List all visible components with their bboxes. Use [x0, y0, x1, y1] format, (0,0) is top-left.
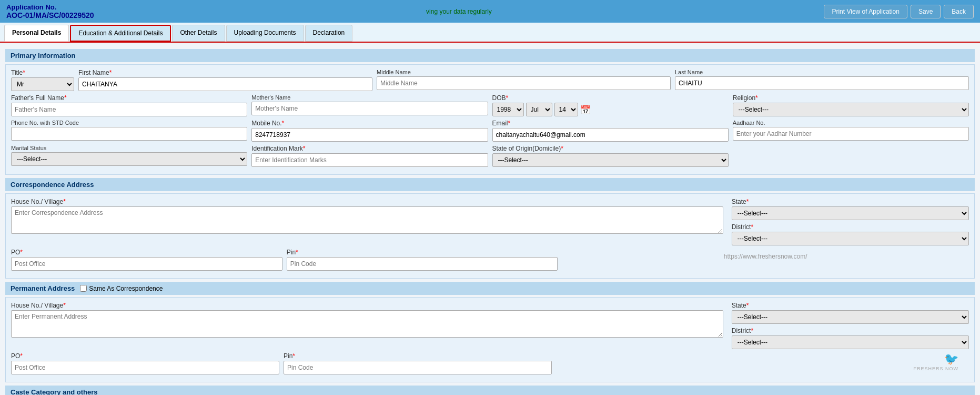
- perm-pin-input[interactable]: [284, 361, 552, 374]
- phone-input[interactable]: [11, 127, 247, 141]
- state-origin-select[interactable]: ---Select---: [492, 153, 729, 167]
- middlename-input[interactable]: [377, 76, 671, 90]
- tab-uploading[interactable]: Uploading Documents: [226, 25, 304, 42]
- app-no-value: AOC-01/MA/SC/00229520: [6, 11, 94, 19]
- corr-address-row: House No./ Village* State* ---Select--- …: [11, 198, 969, 245]
- contact-row: Phone No. with STD Code Mobile No.* Emai…: [11, 120, 969, 142]
- mobile-input[interactable]: [251, 128, 488, 142]
- print-button[interactable]: Print View of Application: [824, 5, 907, 18]
- permanent-section-body: House No./ Village* State* ---Select--- …: [5, 297, 975, 382]
- back-button[interactable]: Back: [944, 5, 974, 18]
- corr-pin-label: Pin*: [287, 249, 558, 256]
- corr-pin-input[interactable]: [287, 257, 558, 271]
- father-group: Father's Full Name*: [11, 94, 247, 116]
- app-no-label: Application No.: [6, 3, 94, 11]
- header: Application No. AOC-01/MA/SC/00229520 vi…: [0, 0, 980, 23]
- corr-state-label: State*: [732, 198, 969, 205]
- dob-month-select[interactable]: Jul: [526, 103, 552, 116]
- firstname-label: First Name*: [78, 69, 372, 76]
- middlename-label: Middle Name: [377, 69, 671, 75]
- tab-personal[interactable]: Personal Details: [4, 25, 69, 42]
- corr-district-group: District* ---Select---: [732, 223, 969, 245]
- perm-state-select[interactable]: ---Select---: [732, 310, 969, 324]
- caste-section-header: Caste Category and others: [5, 386, 975, 395]
- primary-section-header: Primary Information: [5, 49, 975, 62]
- father-label: Father's Full Name*: [11, 94, 247, 102]
- correspondence-section-body: House No./ Village* State* ---Select--- …: [5, 193, 975, 279]
- perm-address-row: House No./ Village* State* ---Select--- …: [11, 302, 969, 349]
- corr-po-label: PO*: [11, 249, 282, 256]
- marital-select[interactable]: ---Select---: [11, 152, 247, 166]
- title-group: Title* Mr: [11, 69, 74, 91]
- perm-house-label: House No./ Village*: [11, 302, 723, 309]
- identification-group: Identification Mark*: [251, 145, 488, 167]
- perm-state-label: State*: [732, 302, 969, 309]
- lastname-label: Last Name: [675, 69, 969, 75]
- email-group: Email*: [492, 120, 729, 142]
- perm-house-input[interactable]: [11, 310, 723, 338]
- correspondence-section-header: Correspondence Address: [5, 178, 975, 191]
- phone-label: Phone No. with STD Code: [11, 120, 247, 126]
- freshersnow-text: FRESHERS NOW: [913, 366, 958, 371]
- main-content: Primary Information Title* Mr First Name…: [0, 43, 980, 395]
- saving-text: ving your data regularly: [426, 8, 492, 15]
- dob-day-select[interactable]: 14: [554, 103, 578, 116]
- perm-district-group: District* ---Select---: [732, 327, 969, 349]
- family-row: Father's Full Name* Mother's Name DOB* 1…: [11, 94, 969, 116]
- state-origin-group: State of Origin(Domicile)* ---Select---: [492, 145, 729, 167]
- perm-district-select[interactable]: ---Select---: [732, 335, 969, 349]
- corr-house-input[interactable]: [11, 206, 723, 234]
- bird-icon: 🐦: [913, 352, 958, 366]
- marital-label: Marital Status: [11, 145, 247, 151]
- aadhaar-input[interactable]: [733, 127, 969, 141]
- firstname-input[interactable]: [78, 77, 372, 91]
- marital-group: Marital Status ---Select---: [11, 145, 247, 166]
- phone-group: Phone No. with STD Code: [11, 120, 247, 141]
- dob-group: DOB* 1998 Jul 14 📅: [492, 94, 729, 116]
- corr-po-group: PO*: [11, 249, 282, 271]
- religion-label: Religion*: [733, 94, 969, 102]
- corr-district-label: District*: [732, 223, 969, 231]
- tab-education[interactable]: Education & Additional Details: [70, 25, 171, 42]
- same-as-checkbox[interactable]: [80, 285, 87, 292]
- aadhaar-group: Aadhaar No.: [733, 120, 969, 141]
- corr-house-group: House No./ Village*: [11, 198, 723, 234]
- save-button[interactable]: Save: [911, 5, 941, 18]
- father-input[interactable]: [11, 103, 247, 116]
- misc-row: Marital Status ---Select--- Identificati…: [11, 145, 969, 167]
- middlename-group: Middle Name: [377, 69, 671, 90]
- mother-label: Mother's Name: [251, 94, 488, 101]
- same-as-checkbox-label[interactable]: Same As Correspondence: [80, 285, 163, 292]
- identification-input[interactable]: [251, 153, 488, 167]
- lastname-group: Last Name: [675, 69, 969, 90]
- corr-district-select[interactable]: ---Select---: [732, 232, 969, 245]
- religion-group: Religion* ---Select---: [733, 94, 969, 116]
- corr-po-input[interactable]: [11, 257, 282, 271]
- corr-state-group: State* ---Select---: [732, 198, 969, 220]
- perm-house-group: House No./ Village*: [11, 302, 723, 338]
- email-input[interactable]: [492, 128, 729, 142]
- tabs-bar: Personal Details Education & Additional …: [0, 23, 980, 43]
- mobile-label: Mobile No.*: [251, 120, 488, 127]
- corr-state-select[interactable]: ---Select---: [732, 206, 969, 220]
- calendar-icon[interactable]: 📅: [580, 105, 591, 115]
- perm-pin-label: Pin*: [284, 352, 552, 360]
- dob-year-select[interactable]: 1998: [492, 103, 524, 116]
- perm-district-label: District*: [732, 327, 969, 334]
- mother-input[interactable]: [251, 102, 488, 115]
- perm-po-row: PO* Pin* 🐦 FRESHERS NOW: [11, 352, 969, 374]
- email-label: Email*: [492, 120, 729, 127]
- title-select[interactable]: Mr: [11, 77, 74, 91]
- perm-po-input[interactable]: [11, 361, 279, 374]
- dob-label: DOB*: [492, 94, 729, 102]
- mother-group: Mother's Name: [251, 94, 488, 115]
- permanent-section-header: Permanent Address Same As Correspondence: [5, 282, 975, 295]
- tab-other[interactable]: Other Details: [172, 25, 225, 42]
- perm-pin-group: Pin*: [284, 352, 552, 374]
- tab-declaration[interactable]: Declaration: [305, 25, 353, 42]
- title-label: Title*: [11, 69, 74, 76]
- perm-state-group: State* ---Select---: [732, 302, 969, 324]
- perm-po-label: PO*: [11, 352, 279, 360]
- lastname-input[interactable]: [675, 76, 969, 90]
- religion-select[interactable]: ---Select---: [733, 103, 969, 116]
